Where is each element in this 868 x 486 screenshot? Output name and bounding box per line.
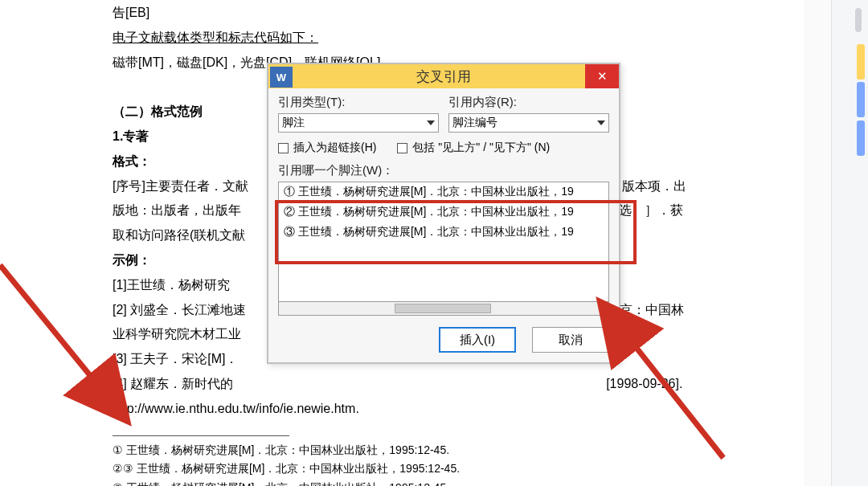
checkbox-label: 包括 "见上方" / "见下方" (N) (412, 141, 550, 155)
footnote-listbox[interactable]: ① 王世绩．杨树研究进展[M]．北京：中国林业出版社，19 ② 王世绩．杨树研究… (278, 182, 609, 302)
doc-line: 告[EB] (113, 2, 691, 25)
ref-content-combobox[interactable]: 脚注编号 (448, 113, 609, 133)
which-footnote-label: 引用哪一个脚注(W)： (278, 163, 609, 178)
close-icon: ✕ (597, 69, 608, 84)
right-sidebar (831, 0, 868, 486)
side-panel-tab[interactable] (857, 44, 865, 80)
footnote-number-icon: ③ (113, 479, 123, 486)
scrollbar-thumb[interactable] (395, 304, 491, 313)
horizontal-scrollbar[interactable] (278, 302, 609, 316)
dialog-title: 交叉引用 (268, 67, 619, 86)
footnote: ②③ 王世绩．杨树研究进展[M]．北京：中国林业出版社，1995:12-45. (113, 459, 691, 479)
chevron-down-icon (597, 120, 605, 125)
list-item[interactable]: ② 王世绩．杨树研究进展[M]．北京：中国林业出版社，19 (279, 202, 608, 223)
doc-line: http://www.ie.nthu.edu.tw/info/ie.newie.… (113, 398, 691, 421)
checkbox-label: 插入为超链接(H) (293, 141, 376, 155)
ref-content-label: 引用内容(R): (448, 95, 609, 110)
ref-type-value: 脚注 (282, 116, 305, 130)
list-item[interactable]: ① 王世绩．杨树研究进展[M]．北京：中国林业出版社，19 (279, 182, 608, 202)
ref-content-value: 脚注编号 (452, 116, 497, 130)
vertical-scrollbar-thumb[interactable] (855, 8, 862, 32)
dialog-titlebar[interactable]: W 交叉引用 ✕ (268, 64, 619, 88)
side-panel-tab[interactable] (857, 82, 865, 117)
doc-line-underlined: 电子文献载体类型和标志代码如下： (113, 27, 691, 50)
insert-hyperlink-checkbox[interactable]: 插入为超链接(H) (278, 141, 376, 155)
close-button[interactable]: ✕ (585, 64, 619, 88)
ref-type-combobox[interactable]: 脚注 (278, 113, 439, 133)
checkbox-icon (278, 143, 289, 153)
cross-reference-dialog: W 交叉引用 ✕ 引用类型(T): 脚注 引用内容(R): 脚注编号 (267, 63, 620, 364)
ref-type-label: 引用类型(T): (278, 95, 439, 110)
chevron-down-icon (427, 120, 435, 125)
footnote-number-icon: ① (113, 441, 123, 460)
insert-button[interactable]: 插入(I) (439, 327, 516, 353)
list-item[interactable]: ③ 王世绩．杨树研究进展[M]．北京：中国林业出版社，19 (279, 223, 608, 243)
footnote: ③ 王世绩．杨树研究进展[M]．北京：中国林业出版社，1995:12-45. (113, 479, 691, 486)
doc-line: [4] 赵耀东．新时代的 [1998-09-26]. (113, 373, 691, 396)
footnote: ① 王世绩．杨树研究进展[M]．北京：中国林业出版社，1995:12-45. (113, 441, 691, 460)
side-panel-tab[interactable] (857, 120, 865, 156)
include-above-below-checkbox[interactable]: 包括 "见上方" / "见下方" (N) (397, 141, 550, 155)
footnote-number-icon: ②③ (113, 459, 133, 479)
cancel-button[interactable]: 取消 (532, 327, 609, 353)
checkbox-icon (397, 143, 407, 153)
footnote-separator (113, 435, 289, 436)
